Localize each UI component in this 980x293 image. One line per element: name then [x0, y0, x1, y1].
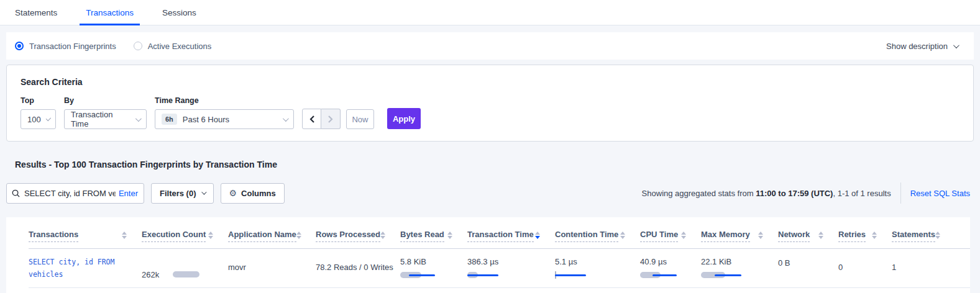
time-range-badge: 6h	[162, 114, 177, 125]
max-memory-value: 22.1 KiB	[701, 257, 731, 266]
tab-transactions-label: Transactions	[86, 8, 134, 17]
column-header-contention-time[interactable]: Contention Time	[555, 230, 640, 242]
sort-icon	[620, 232, 625, 239]
table-row: SELECT city, id FROM vehicles 262k movr …	[29, 249, 970, 288]
table-header-row: Transactions Execution Count Application…	[29, 223, 970, 249]
stats-prefix: Showing aggregated stats from	[642, 189, 756, 198]
radio-unselected-icon	[134, 42, 142, 50]
cell-execution-count: 262k	[142, 249, 228, 287]
search-criteria-title: Search Criteria	[21, 77, 959, 87]
tab-transactions[interactable]: Transactions	[80, 0, 140, 25]
column-header-max-memory[interactable]: Max Memory	[701, 230, 778, 242]
time-range-next-button[interactable]	[321, 109, 341, 129]
column-header-transaction-time[interactable]: Transaction Time	[467, 230, 555, 242]
sort-icon	[758, 232, 763, 239]
radio-active-executions[interactable]: Active Executions	[134, 42, 212, 51]
column-header-execution-count[interactable]: Execution Count	[142, 230, 228, 242]
radio-transaction-fingerprints-label: Transaction Fingerprints	[29, 42, 116, 51]
sort-icon	[380, 232, 385, 239]
tab-sessions[interactable]: Sessions	[156, 0, 203, 25]
column-header-retries[interactable]: Retries	[838, 230, 892, 242]
now-button-label: Now	[352, 115, 368, 124]
time-range-select[interactable]: 6h Past 6 Hours	[155, 109, 294, 129]
column-header-rows-processed[interactable]: Rows Processed	[316, 230, 400, 242]
cell-contention-time: 5.1 µs	[555, 249, 640, 287]
sort-icon	[122, 232, 127, 239]
column-header-statements[interactable]: Statements	[892, 230, 954, 242]
cpu-time-value: 40.9 µs	[640, 257, 667, 266]
cell-cpu-time: 40.9 µs	[640, 249, 701, 287]
execution-count-bar	[173, 271, 199, 277]
top-select[interactable]: 100	[21, 109, 56, 129]
sort-icon-descending-active	[535, 232, 540, 239]
columns-button[interactable]: ⚙ Columns	[221, 183, 285, 204]
apply-button[interactable]: Apply	[387, 108, 421, 129]
view-mode-bar: Transaction Fingerprints Active Executio…	[6, 32, 974, 60]
column-header-bytes-read[interactable]: Bytes Read	[400, 230, 467, 242]
filters-button-label: Filters (0)	[160, 189, 196, 198]
by-select-value: Transaction Time	[71, 110, 131, 128]
show-description-toggle[interactable]: Show description	[886, 42, 958, 51]
chevron-right-icon	[327, 115, 334, 123]
results-heading: Results - Top 100 Transaction Fingerprin…	[15, 160, 965, 169]
top-label: Top	[21, 96, 56, 105]
gear-icon: ⚙	[229, 188, 237, 198]
sort-icon	[208, 232, 213, 239]
radio-active-executions-label: Active Executions	[148, 42, 212, 51]
sort-icon	[935, 232, 940, 239]
cell-application-name: movr	[228, 249, 316, 287]
enter-hint: Enter	[119, 189, 138, 198]
sort-icon	[818, 232, 823, 239]
radio-selected-icon	[15, 42, 24, 50]
contention-time-bar	[555, 271, 600, 279]
search-criteria-panel: Search Criteria Top 100 By Transaction T…	[6, 65, 974, 142]
tab-statements-label: Statements	[15, 8, 57, 17]
top-select-value: 100	[27, 115, 41, 124]
chevron-down-icon	[45, 115, 51, 121]
results-search-box: Enter	[6, 183, 144, 204]
transaction-fingerprint-link[interactable]: SELECT city, id FROM vehicles	[29, 249, 128, 281]
sort-icon	[872, 232, 877, 239]
chevron-down-icon	[283, 115, 289, 122]
chevron-down-icon	[135, 115, 142, 122]
column-header-cpu-time[interactable]: CPU Time	[640, 230, 701, 242]
columns-button-label: Columns	[241, 189, 276, 198]
column-header-transactions[interactable]: Transactions	[29, 230, 142, 242]
time-range-prev-button[interactable]	[302, 109, 321, 129]
results-controls: Enter Filters (0) ⚙ Columns Showing aggr…	[6, 183, 970, 204]
aggregated-stats-text: Showing aggregated stats from 11:00 to 1…	[642, 189, 891, 198]
bytes-read-bar	[400, 271, 445, 279]
results-table: Transactions Execution Count Application…	[6, 217, 970, 293]
cell-transaction-time: 386.3 µs	[467, 249, 555, 287]
sort-icon	[681, 232, 686, 239]
column-header-application-name[interactable]: Application Name	[228, 230, 316, 242]
chevron-down-icon	[201, 189, 206, 194]
cell-network: 0 B	[778, 249, 838, 287]
by-label: By	[64, 96, 147, 105]
chevron-left-icon	[309, 115, 315, 123]
tab-sessions-label: Sessions	[162, 8, 196, 17]
filters-button[interactable]: Filters (0)	[151, 183, 214, 204]
chevron-down-icon	[953, 42, 959, 48]
now-button[interactable]: Now	[346, 109, 374, 129]
cell-max-memory: 22.1 KiB	[701, 249, 778, 287]
time-range-value: Past 6 Hours	[183, 115, 278, 124]
reset-sql-stats-link[interactable]: Reset SQL Stats	[910, 189, 970, 198]
transaction-time-value: 386.3 µs	[467, 257, 498, 266]
cell-rows-processed: 78.2 Reads / 0 Writes	[316, 249, 400, 287]
radio-transaction-fingerprints[interactable]: Transaction Fingerprints	[15, 42, 116, 51]
vertical-divider	[900, 183, 901, 204]
transaction-time-bar	[467, 271, 512, 279]
cpu-time-bar	[640, 271, 685, 279]
stats-range: 11:00 to 17:59 (UTC)	[756, 189, 833, 198]
bytes-read-value: 5.8 KiB	[400, 257, 426, 266]
sort-icon	[447, 232, 452, 239]
column-header-network[interactable]: Network	[778, 230, 838, 242]
tab-statements[interactable]: Statements	[9, 0, 63, 25]
cell-bytes-read: 5.8 KiB	[400, 249, 467, 287]
max-memory-bar	[701, 271, 746, 279]
search-input[interactable]	[24, 189, 116, 198]
time-range-label: Time Range	[155, 96, 294, 105]
by-select[interactable]: Transaction Time	[64, 109, 147, 129]
page-tabs: Statements Transactions Sessions	[0, 0, 980, 25]
